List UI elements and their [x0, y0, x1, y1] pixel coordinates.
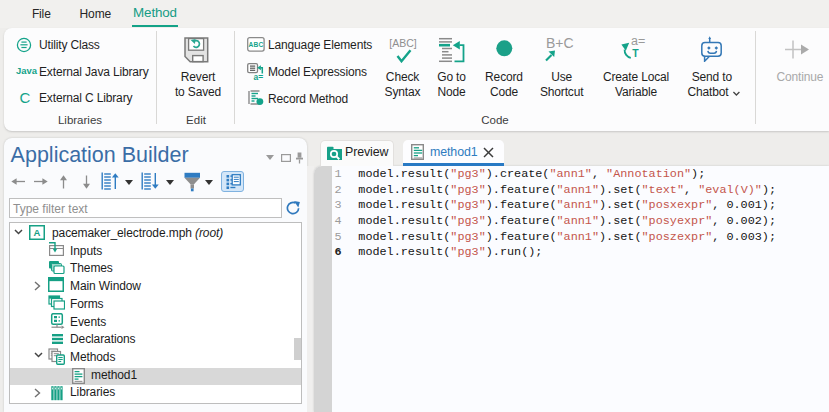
svg-text:a=: a= [253, 71, 263, 80]
svg-text:A: A [34, 227, 41, 238]
svg-text:T: T [632, 47, 639, 59]
svg-text:ABC: ABC [248, 41, 263, 48]
